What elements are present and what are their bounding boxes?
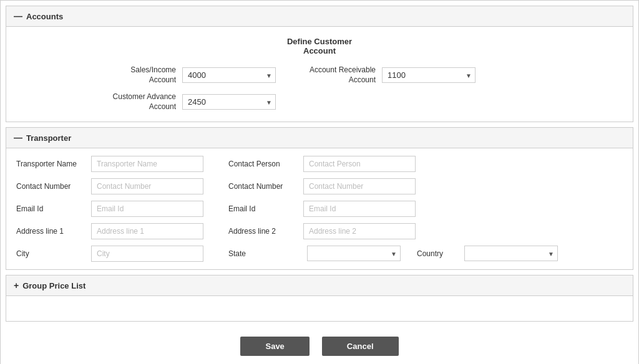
transporter-contact-number-label: Contact Number [16,182,85,191]
transporter-city-input[interactable] [91,246,203,262]
country-select-wrapper: ▼ [464,246,558,261]
customer-advance-label: Customer AdvanceAccount [101,92,176,112]
country-label: Country [417,249,454,258]
accounts-header: — Accounts [6,6,633,27]
group-price-list-title: Group Price List [22,281,85,290]
customer-advance-select-wrapper: 2450 ▼ [182,94,276,110]
state-select-wrapper: ▼ [307,246,401,261]
contact-person-input[interactable] [303,156,416,172]
right-contact-number-row: Contact Number [228,178,558,194]
footer: Save Cancel [1,327,638,364]
right-email-input[interactable] [303,201,416,217]
ar-account-select[interactable]: 1100 [382,67,476,83]
transporter-city-row: City [16,246,203,262]
transporter-name-input[interactable] [91,156,203,172]
transporter-address1-input[interactable] [91,223,203,239]
group-price-list-expand-icon[interactable]: + [14,280,19,290]
country-select[interactable] [464,246,558,261]
group-price-list-section: + Group Price List [6,275,633,322]
sales-income-select[interactable]: 4000 [182,67,276,83]
transporter-name-row: Transporter Name [16,156,203,172]
accounts-collapse-icon[interactable]: — [14,11,22,21]
sales-income-group: Sales/IncomeAccount 4000 ▼ [101,65,276,85]
accounts-title: Accounts [26,12,63,21]
state-country-row: State ▼ Country ▼ [228,246,558,261]
transporter-section: — Transporter Transporter Name Contact N… [6,127,633,270]
transporter-collapse-icon[interactable]: — [14,133,22,143]
address2-label: Address line 2 [228,227,297,236]
group-price-list-header: + Group Price List [6,275,633,296]
ar-account-select-wrapper: 1100 ▼ [382,67,476,83]
contact-person-row: Contact Person [228,156,558,172]
customer-advance-group: Customer AdvanceAccount 2450 ▼ [101,92,276,112]
transporter-name-label: Transporter Name [16,160,85,168]
state-select[interactable] [307,246,401,261]
define-customer-title: Define Customer Account [16,37,623,55]
customer-advance-select[interactable]: 2450 [182,94,276,110]
transporter-contact-number-input[interactable] [91,178,203,194]
sales-income-select-wrapper: 4000 ▼ [182,67,276,83]
transporter-email-row: Email Id [16,201,203,217]
group-price-list-content [6,296,633,321]
ar-account-group: Account ReceivableAccount 1100 ▼ [301,65,476,85]
right-contact-number-label: Contact Number [228,182,297,191]
transporter-left-col: Transporter Name Contact Number Email Id… [16,156,203,262]
transporter-email-input[interactable] [91,201,203,217]
transporter-address1-label: Address line 1 [16,227,85,236]
transporter-contact-number-row: Contact Number [16,178,203,194]
right-contact-number-input[interactable] [303,178,416,194]
contact-person-label: Contact Person [228,160,297,168]
accounts-section: — Accounts Define Customer Account Sales… [6,6,633,122]
transporter-title: Transporter [26,133,71,143]
transporter-email-label: Email Id [16,204,85,213]
right-email-row: Email Id [228,201,558,217]
save-button[interactable]: Save [240,337,309,356]
transporter-header: — Transporter [6,128,633,148]
ar-account-label: Account ReceivableAccount [301,65,376,85]
sales-income-label: Sales/IncomeAccount [101,65,176,85]
address2-input[interactable] [303,223,416,239]
state-label: State [228,249,297,258]
transporter-city-label: City [16,249,85,258]
right-email-label: Email Id [228,204,297,213]
address2-row: Address line 2 [228,223,558,239]
cancel-button[interactable]: Cancel [322,337,399,356]
transporter-right-col: Contact Person Contact Number Email Id A… [228,156,558,262]
transporter-address1-row: Address line 1 [16,223,203,239]
